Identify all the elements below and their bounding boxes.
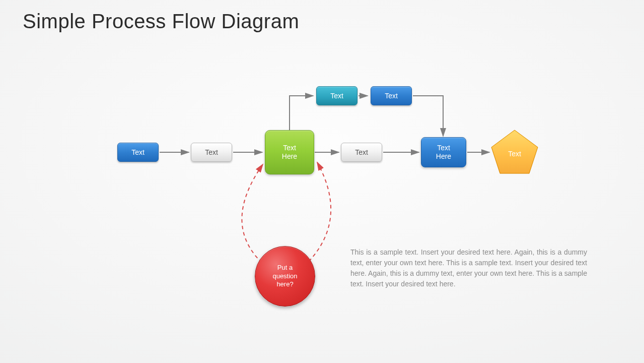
node-blue-top[interactable]: Text — [371, 86, 412, 105]
node-grey-1[interactable]: Text — [191, 143, 232, 162]
node-teal-top[interactable]: Text — [316, 86, 357, 105]
connectors-layer — [0, 0, 644, 363]
node-green-center[interactable]: Text Here — [265, 130, 314, 174]
node-pentagon[interactable]: Text — [490, 129, 539, 174]
node-question-circle[interactable]: Put a question here? — [255, 246, 315, 307]
node-start-blue[interactable]: Text — [117, 143, 159, 162]
node-blue-tall[interactable]: Text Here — [421, 137, 466, 167]
node-grey-2[interactable]: Text — [341, 143, 382, 162]
description-text: This is a sample text. Insert your desir… — [350, 247, 587, 289]
diagram-stage: Text Text Text Text Text Here Text Text … — [0, 0, 644, 363]
pentagon-label: Text — [490, 129, 539, 174]
